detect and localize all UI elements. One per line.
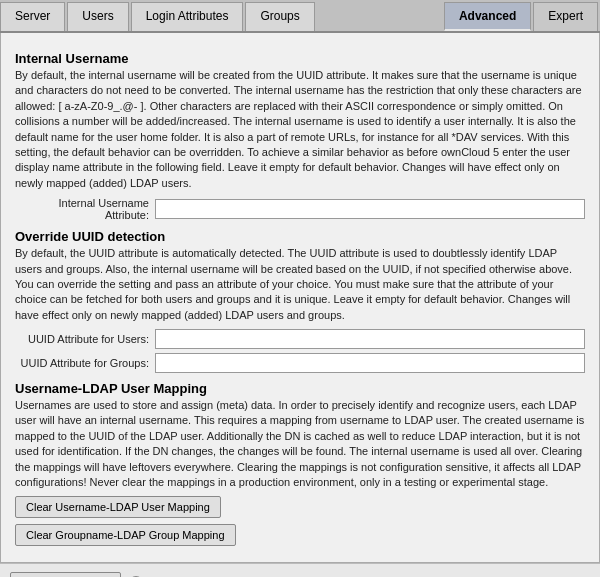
uuid-groups-label: UUID Attribute for Groups:: [15, 357, 155, 369]
tab-expert[interactable]: Expert: [533, 2, 598, 31]
tab-bar: Server Users Login Attributes Groups Adv…: [0, 0, 600, 33]
internal-username-input[interactable]: [155, 199, 585, 219]
override-uuid-description: By default, the UUID attribute is automa…: [15, 246, 585, 323]
override-uuid-title: Override UUID detection: [15, 229, 585, 244]
tab-groups[interactable]: Groups: [245, 2, 314, 31]
clear-username-ldap-button[interactable]: Clear Username-LDAP User Mapping: [15, 496, 221, 518]
clear-user-mapping-row: Clear Username-LDAP User Mapping: [15, 496, 585, 518]
internal-username-title: Internal Username: [15, 51, 585, 66]
internal-username-field-row: Internal Username Attribute:: [15, 197, 585, 221]
tab-advanced[interactable]: Advanced: [444, 2, 531, 31]
clear-group-mapping-row: Clear Groupname-LDAP Group Mapping: [15, 524, 585, 546]
bottom-bar: Test Configuration i Help: [0, 563, 600, 577]
uuid-groups-field-row: UUID Attribute for Groups:: [15, 353, 585, 373]
uuid-users-input[interactable]: [155, 329, 585, 349]
username-ldap-title: Username-LDAP User Mapping: [15, 381, 585, 396]
internal-username-description: By default, the internal username will b…: [15, 68, 585, 191]
username-ldap-description: Usernames are used to store and assign (…: [15, 398, 585, 490]
tab-login-attributes[interactable]: Login Attributes: [131, 2, 244, 31]
test-configuration-button[interactable]: Test Configuration: [10, 572, 121, 577]
internal-username-label: Internal Username Attribute:: [15, 197, 155, 221]
uuid-users-label: UUID Attribute for Users:: [15, 333, 155, 345]
uuid-groups-input[interactable]: [155, 353, 585, 373]
main-content: Internal Username By default, the intern…: [0, 33, 600, 563]
tab-server[interactable]: Server: [0, 2, 65, 31]
uuid-users-field-row: UUID Attribute for Users:: [15, 329, 585, 349]
clear-groupname-ldap-button[interactable]: Clear Groupname-LDAP Group Mapping: [15, 524, 236, 546]
tab-users[interactable]: Users: [67, 2, 128, 31]
